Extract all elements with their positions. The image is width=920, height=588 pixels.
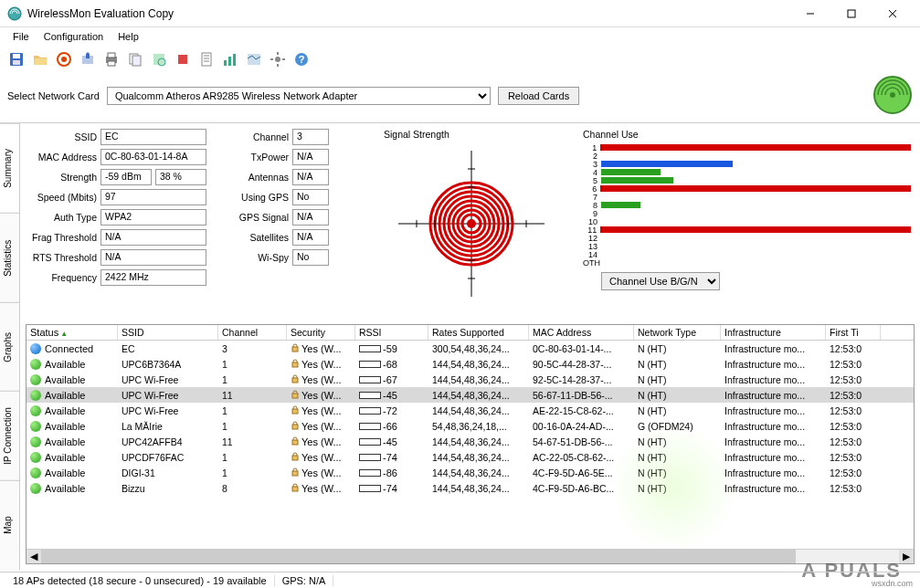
header-ssid[interactable]: SSID [118, 325, 218, 340]
status-dot-icon [30, 436, 41, 447]
svg-rect-18 [178, 55, 187, 64]
settings-icon[interactable] [267, 48, 289, 70]
header-infra[interactable]: Infrastructure [721, 325, 826, 340]
cell-infra: Infrastructure mo... [721, 421, 826, 432]
table-row[interactable]: AvailableDIGI-311Yes (W...-86144,54,48,3… [26, 465, 914, 480]
titlebar: WirelessMon Evaluation Copy [0, 0, 920, 27]
graph-icon[interactable] [219, 48, 241, 70]
cell-ntype: N (HT) [634, 405, 721, 416]
cell-time: 12:53:0 [826, 452, 881, 463]
statusbar: 18 APs detected (18 secure - 0 unsecured… [0, 572, 920, 588]
cell-rssi: -72 [383, 405, 397, 416]
lock-icon [291, 436, 300, 447]
help-icon[interactable]: ? [291, 48, 312, 70]
cell-ssid: La MĂIrie [118, 421, 218, 432]
log-icon[interactable] [196, 48, 217, 70]
menu-help[interactable]: Help [111, 29, 146, 44]
app-icon [7, 6, 22, 21]
svg-text:?: ? [299, 54, 305, 65]
svg-rect-13 [108, 61, 115, 66]
header-rssi[interactable]: RSSI [355, 325, 428, 340]
cell-mac: AE-22-15-C8-62-... [529, 405, 634, 416]
channel-row: 1 [583, 143, 911, 152]
header-mac[interactable]: MAC Address [529, 325, 634, 340]
cell-ntype: N (HT) [634, 390, 721, 401]
cell-time: 12:53:0 [826, 374, 881, 385]
cell-time: 12:53:0 [826, 390, 881, 401]
svg-rect-57 [292, 378, 298, 383]
header-status[interactable]: Status▲ [26, 325, 118, 340]
header-channel[interactable]: Channel [218, 325, 287, 340]
table-row[interactable]: AvailableUPCDF76FAC1Yes (W...-74144,54,4… [26, 449, 914, 465]
cell-rssi: -66 [383, 421, 397, 432]
tab-ipconnection[interactable]: IP Connection [0, 391, 19, 480]
scroll-left-icon[interactable]: ◀ [26, 550, 41, 564]
svg-rect-24 [228, 57, 231, 66]
status-text: Connected [45, 343, 93, 354]
scan-icon[interactable] [148, 48, 170, 70]
table-row[interactable]: AvailableLa MĂIrie1Yes (W...-6654,48,36,… [26, 418, 914, 434]
cell-time: 12:53:0 [826, 483, 881, 494]
cell-rates: 144,54,48,36,24... [428, 483, 529, 494]
close-button[interactable] [872, 1, 913, 26]
channel-bar [601, 202, 640, 208]
status-dot-icon [30, 374, 41, 385]
channel-label: Channel [217, 131, 289, 142]
svg-rect-12 [108, 53, 115, 58]
channel-row: 13 [583, 242, 911, 250]
cell-time: 12:53:0 [826, 421, 881, 432]
grid-body[interactable]: ConnectedEC3Yes (W...-59300,54,48,36,24.… [26, 341, 914, 549]
print-icon[interactable] [100, 48, 122, 70]
tab-graphs[interactable]: Graphs [0, 302, 19, 392]
cell-security: Yes (W... [301, 359, 342, 370]
map-icon[interactable] [243, 48, 265, 70]
table-row[interactable]: AvailableUPC42AFFB411Yes (W...-45144,54,… [26, 434, 914, 449]
tab-statistics[interactable]: Statistics [0, 213, 19, 302]
cell-ntype: G (OFDM24) [634, 421, 721, 432]
status-dot-icon [30, 483, 41, 494]
cell-mac: 4C-F9-5D-A6-BC... [529, 483, 634, 494]
target-icon[interactable] [53, 48, 75, 70]
save-icon[interactable] [5, 48, 27, 70]
cell-ssid: UPC Wi-Free [118, 405, 218, 416]
menu-file[interactable]: File [5, 29, 37, 44]
stop-icon[interactable] [172, 48, 194, 70]
menu-configuration[interactable]: Configuration [37, 29, 111, 44]
open-icon[interactable] [29, 48, 51, 70]
cell-rates: 144,54,48,36,24... [428, 452, 529, 463]
status-text: Available [45, 483, 85, 494]
table-row[interactable]: ConnectedEC3Yes (W...-59300,54,48,36,24.… [26, 341, 914, 356]
cell-ntype: N (HT) [634, 452, 721, 463]
cell-mac: 4C-F9-5D-A6-5E... [529, 467, 634, 478]
minimize-button[interactable] [789, 1, 830, 26]
horizontal-scrollbar[interactable]: ◀ ▶ [26, 549, 914, 563]
auth-label: Auth Type [26, 212, 97, 223]
lock-icon [291, 452, 300, 463]
cell-time: 12:53:0 [826, 405, 881, 416]
header-time[interactable]: First Ti [826, 325, 881, 340]
rssi-bar [359, 454, 381, 461]
table-row[interactable]: AvailableUPC Wi-Free1Yes (W...-67144,54,… [26, 372, 914, 387]
cell-security: Yes (W... [301, 374, 342, 385]
reload-cards-button[interactable]: Reload Cards [498, 87, 579, 105]
maximize-button[interactable] [830, 1, 872, 26]
copy-icon[interactable] [124, 48, 146, 70]
channel-use-select[interactable]: Channel Use B/G/N [601, 272, 720, 290]
table-row[interactable]: AvailableUPC Wi-Free11Yes (W...-45144,54… [26, 387, 914, 403]
rssi-bar [359, 423, 381, 430]
network-card-select[interactable]: Qualcomm Atheros AR9285 Wireless Network… [107, 87, 491, 105]
tab-map[interactable]: Map [0, 480, 19, 570]
table-row[interactable]: AvailableBizzu8Yes (W...-74144,54,48,36,… [26, 480, 914, 496]
tab-summary[interactable]: Summary [0, 123, 19, 213]
channel-row: 4 [583, 168, 911, 176]
svg-point-9 [61, 57, 67, 62]
table-row[interactable]: AvailableUPC6B7364A1Yes (W...-68144,54,4… [26, 356, 914, 372]
svg-rect-7 [13, 60, 20, 65]
channel-row: 3 [583, 160, 911, 168]
table-row[interactable]: AvailableUPC Wi-Free1Yes (W...-72144,54,… [26, 403, 914, 418]
auth-value: WPA2 [100, 209, 206, 226]
header-security[interactable]: Security [287, 325, 355, 340]
header-rates[interactable]: Rates Supported [428, 325, 529, 340]
export-icon[interactable] [77, 48, 99, 70]
header-ntype[interactable]: Network Type [634, 325, 721, 340]
